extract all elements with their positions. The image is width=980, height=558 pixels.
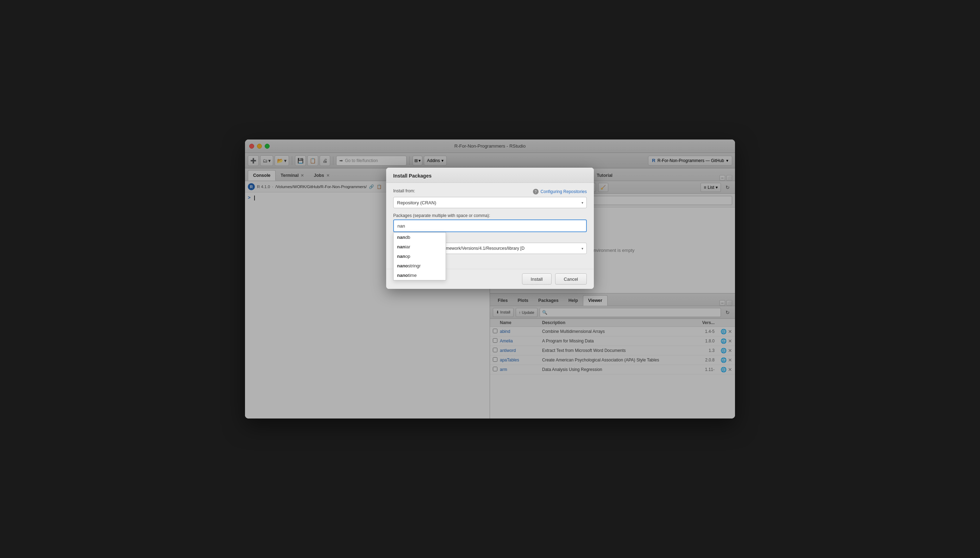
- modal-title: Install Packages: [393, 173, 432, 179]
- modal-overlay: Install Packages Install from: ? Configu…: [245, 140, 735, 419]
- packages-input-wrapper: nandb naniar nanop nanostringr nanotime: [393, 220, 587, 232]
- autocomplete-item-nandb[interactable]: nandb: [394, 233, 446, 242]
- autocomplete-prefix: nan: [397, 254, 405, 259]
- packages-field-label: Packages (separate multiple with space o…: [393, 213, 587, 218]
- repository-value: Repository (CRAN): [397, 200, 436, 205]
- config-repos-link[interactable]: Configuring Repositories: [541, 189, 587, 194]
- autocomplete-prefix: nano: [397, 263, 408, 268]
- packages-input[interactable]: [393, 220, 587, 232]
- autocomplete-suffix: iar: [405, 244, 410, 249]
- modal-body: Install from: ? Configuring Repositories…: [386, 183, 594, 269]
- cancel-button[interactable]: Cancel: [555, 273, 587, 285]
- repository-select[interactable]: Repository (CRAN): [393, 197, 587, 208]
- help-icon[interactable]: ?: [533, 189, 538, 194]
- install-packages-modal: Install Packages Install from: ? Configu…: [386, 168, 594, 289]
- autocomplete-item-nanop[interactable]: nanop: [394, 251, 446, 261]
- autocomplete-suffix: op: [405, 254, 410, 259]
- repository-select-wrapper: Repository (CRAN) ▾: [393, 197, 587, 208]
- autocomplete-suffix: time: [408, 272, 417, 278]
- autocomplete-suffix: stringr: [408, 263, 420, 268]
- rstudio-window: R-For-Non-Programmers - RStudio ➕ 🗂 ▾ 📂 …: [245, 140, 735, 419]
- install-from-label: Install from:: [393, 189, 415, 194]
- autocomplete-item-naniar[interactable]: naniar: [394, 242, 446, 251]
- modal-header: Install Packages: [386, 168, 594, 183]
- autocomplete-dropdown: nandb naniar nanop nanostringr nanotime: [393, 232, 446, 281]
- autocomplete-prefix: nano: [397, 272, 408, 278]
- install-button[interactable]: Install: [522, 273, 551, 285]
- install-from-row: Install from: ? Configuring Repositories: [393, 189, 587, 195]
- autocomplete-suffix: db: [405, 235, 410, 240]
- autocomplete-item-nanostringr[interactable]: nanostringr: [394, 261, 446, 271]
- autocomplete-prefix: nan: [397, 235, 405, 240]
- autocomplete-prefix: nan: [397, 244, 405, 249]
- autocomplete-item-nanotime[interactable]: nanotime: [394, 271, 446, 280]
- config-repos-row: ? Configuring Repositories: [533, 189, 587, 194]
- question-mark: ?: [535, 190, 537, 194]
